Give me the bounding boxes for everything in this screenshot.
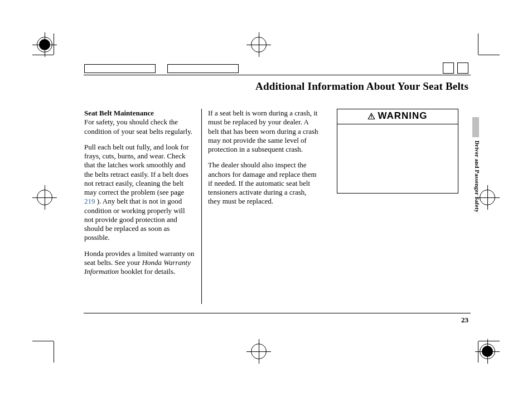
section-label: Driver and Passenger Safety — [474, 141, 480, 213]
warning-triangle-icon — [367, 111, 375, 122]
crosshair-icon — [37, 190, 52, 205]
body-text: If a seat belt is worn during a crash, i… — [208, 109, 320, 154]
page-title: Additional Information About Your Seat B… — [255, 80, 468, 93]
body-text: booklet for details. — [119, 267, 175, 276]
warning-box: WARNING — [337, 109, 458, 194]
body-text: Pull each belt out fully, and look for f… — [84, 143, 189, 196]
registration-mark-icon — [37, 37, 52, 52]
body-text: For safety, you should check the conditi… — [84, 118, 192, 135]
crosshair-icon — [251, 344, 267, 359]
warning-label: WARNING — [378, 110, 427, 121]
registration-mark-icon — [480, 344, 495, 359]
body-text: ). Any belt that is not in good conditio… — [84, 197, 185, 242]
blank-field — [167, 64, 239, 73]
footer-rule — [84, 313, 471, 313]
page-reference-link[interactable]: 219 — [84, 197, 95, 205]
svg-rect-1 — [371, 118, 372, 118]
section-tab — [472, 117, 479, 137]
checkbox-mark — [443, 62, 454, 74]
crosshair-icon — [251, 37, 267, 52]
checkbox-mark — [457, 62, 468, 74]
blank-field — [84, 64, 156, 73]
header-rule — [84, 75, 471, 75]
text-column-1: Seat Belt Maintenance For safety, you sh… — [84, 109, 196, 276]
body-text: The dealer should also inspect the ancho… — [208, 161, 320, 206]
subsection-heading: Seat Belt Maintenance — [84, 109, 154, 117]
text-column-2: If a seat belt is worn during a crash, i… — [208, 109, 320, 206]
warning-heading: WARNING — [337, 109, 458, 124]
page-number: 23 — [461, 316, 468, 325]
crosshair-icon — [480, 190, 495, 205]
column-divider — [201, 109, 202, 304]
manual-page: Additional Information About Your Seat B… — [0, 0, 532, 396]
svg-rect-0 — [371, 115, 372, 117]
